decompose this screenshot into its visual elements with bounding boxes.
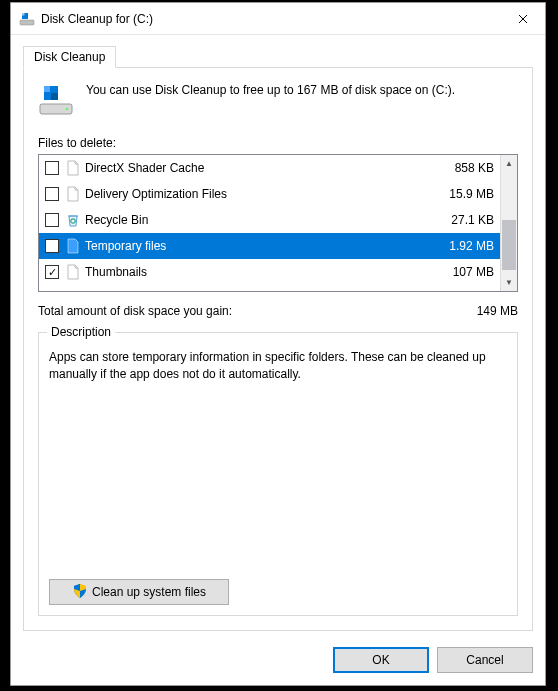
scroll-down-button[interactable]: ▼ <box>501 274 517 291</box>
intro-text: You can use Disk Cleanup to free up to 1… <box>86 82 455 118</box>
item-size: 107 MB <box>453 265 496 279</box>
cancel-button[interactable]: Cancel <box>437 647 533 673</box>
svg-rect-8 <box>51 93 58 100</box>
file-icon <box>65 238 81 254</box>
description-groupbox: Description Apps can store temporary inf… <box>38 332 518 616</box>
scroll-up-button[interactable]: ▲ <box>501 155 517 172</box>
file-icon <box>65 160 81 176</box>
list-item[interactable]: Recycle Bin 27.1 KB <box>39 207 500 233</box>
ok-button[interactable]: OK <box>333 647 429 673</box>
svg-rect-7 <box>44 86 50 92</box>
tab-disk-cleanup[interactable]: Disk Cleanup <box>23 46 116 68</box>
item-size: 858 KB <box>455 161 496 175</box>
total-row: Total amount of disk space you gain: 149… <box>38 304 518 318</box>
total-value: 149 MB <box>477 304 518 318</box>
checkbox-checked[interactable]: ✓ <box>45 265 59 279</box>
cleanup-system-files-button[interactable]: Clean up system files <box>49 579 229 605</box>
tab-strip: Disk Cleanup <box>23 43 533 67</box>
item-size: 15.9 MB <box>449 187 496 201</box>
window-title: Disk Cleanup for (C:) <box>41 12 500 26</box>
item-size: 1.92 MB <box>449 239 496 253</box>
client-area: Disk Cleanup You can use Disk Cleanup to… <box>11 35 545 637</box>
title-bar: Disk Cleanup for (C:) <box>11 3 545 35</box>
recycle-bin-icon <box>65 212 81 228</box>
checkbox[interactable] <box>45 239 59 253</box>
item-name: Delivery Optimization Files <box>85 187 449 201</box>
svg-rect-3 <box>22 13 25 16</box>
item-name: Thumbnails <box>85 265 453 279</box>
scroll-thumb[interactable] <box>502 220 516 270</box>
list-item[interactable]: ✓ Thumbnails 107 MB <box>39 259 500 285</box>
cleanup-system-files-label: Clean up system files <box>92 585 206 599</box>
dialog-buttons: OK Cancel <box>11 637 545 685</box>
checkbox[interactable] <box>45 213 59 227</box>
description-text: Apps can store temporary information in … <box>49 349 507 579</box>
list-item-selected[interactable]: Temporary files 1.92 MB <box>39 233 500 259</box>
total-label: Total amount of disk space you gain: <box>38 304 232 318</box>
file-list-inner: DirectX Shader Cache 858 KB Delivery Opt… <box>39 155 500 291</box>
dialog-window: Disk Cleanup for (C:) Disk Cleanup <box>10 2 546 686</box>
files-to-delete-label: Files to delete: <box>38 136 518 150</box>
svg-point-1 <box>31 21 33 23</box>
scrollbar[interactable]: ▲ ▼ <box>500 155 517 291</box>
drive-icon <box>38 82 74 118</box>
intro-section: You can use Disk Cleanup to free up to 1… <box>38 82 518 118</box>
list-item[interactable]: DirectX Shader Cache 858 KB <box>39 155 500 181</box>
list-item[interactable]: Delivery Optimization Files 15.9 MB <box>39 181 500 207</box>
item-size: 27.1 KB <box>451 213 496 227</box>
shield-icon <box>72 583 88 602</box>
item-name: DirectX Shader Cache <box>85 161 455 175</box>
file-icon <box>65 264 81 280</box>
checkbox[interactable] <box>45 187 59 201</box>
checkbox[interactable] <box>45 161 59 175</box>
svg-point-5 <box>66 108 69 111</box>
item-name: Temporary files <box>85 239 449 253</box>
file-icon <box>65 186 81 202</box>
disk-cleanup-icon <box>19 11 35 27</box>
description-title: Description <box>47 325 115 339</box>
file-list[interactable]: DirectX Shader Cache 858 KB Delivery Opt… <box>38 154 518 292</box>
scroll-track[interactable] <box>501 172 517 274</box>
tab-panel: You can use Disk Cleanup to free up to 1… <box>23 67 533 631</box>
item-name: Recycle Bin <box>85 213 451 227</box>
close-button[interactable] <box>500 3 545 34</box>
